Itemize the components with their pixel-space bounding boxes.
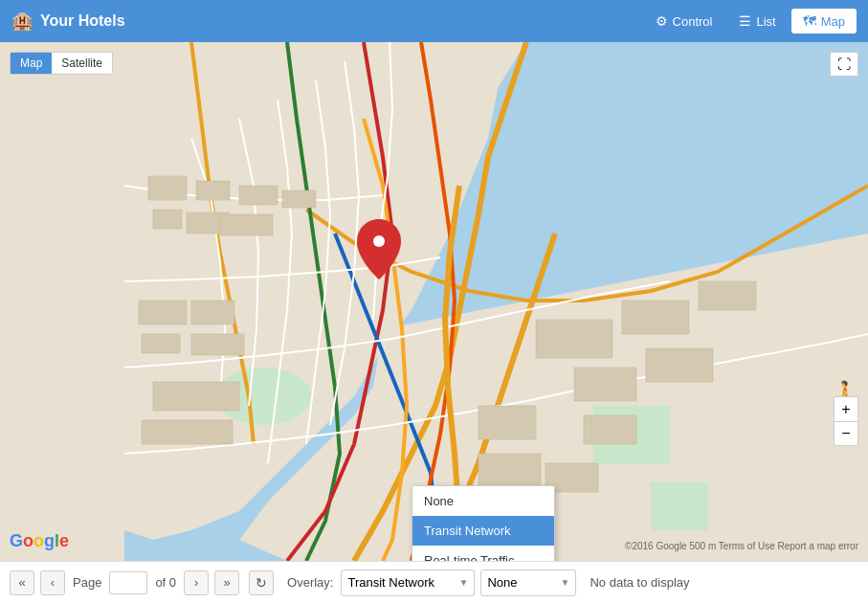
zoom-out-button[interactable]: − xyxy=(834,421,858,446)
map-button[interactable]: 🗺 Map xyxy=(791,9,857,34)
svg-rect-8 xyxy=(148,176,187,200)
page-input[interactable] xyxy=(109,571,147,594)
last-page-button[interactable]: » xyxy=(214,570,239,595)
svg-point-31 xyxy=(373,235,385,247)
zoom-controls: + − xyxy=(834,396,858,446)
list-label: List xyxy=(756,14,775,29)
second-overlay-select[interactable]: None ▼ xyxy=(480,570,576,596)
svg-rect-25 xyxy=(646,348,713,382)
prev-page-button[interactable]: ‹ xyxy=(40,570,65,595)
toolbar: « ‹ Page of 0 › » ↻ Overlay: Transit Net… xyxy=(0,561,868,603)
map-icon: 🗺 xyxy=(803,13,816,29)
svg-rect-9 xyxy=(196,181,230,200)
svg-rect-28 xyxy=(479,454,541,487)
svg-rect-7 xyxy=(651,482,708,530)
svg-rect-20 xyxy=(142,420,233,444)
hotel-icon: 🏨 xyxy=(11,11,33,32)
svg-rect-16 xyxy=(191,301,234,324)
no-data-text: No data to display xyxy=(590,575,689,590)
header: 🏨 Your Hotels ⚙ Control ☰ List 🗺 Map xyxy=(0,0,868,42)
map-svg xyxy=(0,42,868,561)
second-overlay-value: None xyxy=(487,575,517,590)
dropdown-item-transit[interactable]: Transit Network xyxy=(412,516,554,546)
map-container[interactable]: Map Satellite ⛶ 🚶 + − Google ©2016 Googl… xyxy=(0,42,868,561)
svg-rect-17 xyxy=(142,334,180,353)
svg-rect-13 xyxy=(282,190,316,208)
map-type-satellite-btn[interactable]: Satellite xyxy=(52,53,112,74)
zoom-in-button[interactable]: + xyxy=(834,396,858,421)
next-page-button[interactable]: › xyxy=(184,570,209,595)
dropdown-item-traffic[interactable]: Real-time Traffic xyxy=(412,546,554,561)
svg-rect-18 xyxy=(191,334,244,355)
map-type-map-btn[interactable]: Map xyxy=(11,53,52,74)
svg-rect-15 xyxy=(139,301,187,324)
list-button[interactable]: ☰ List xyxy=(727,9,787,34)
svg-rect-12 xyxy=(239,186,278,205)
svg-rect-10 xyxy=(153,210,182,229)
first-page-button[interactable]: « xyxy=(10,570,34,595)
overlay-chevron-icon: ▼ xyxy=(459,577,469,588)
overlay-label: Overlay: xyxy=(287,575,333,590)
control-icon: ⚙ xyxy=(656,13,668,29)
second-overlay-chevron-icon: ▼ xyxy=(561,577,570,588)
svg-marker-3 xyxy=(0,42,124,561)
header-nav: ⚙ Control ☰ List 🗺 Map xyxy=(644,9,857,34)
map-type-buttons: Map Satellite xyxy=(10,52,113,75)
fullscreen-button[interactable]: ⛶ xyxy=(830,52,858,77)
svg-rect-14 xyxy=(220,214,273,235)
svg-rect-23 xyxy=(699,281,756,310)
overlay-dropdown: None Transit Network Real-time Traffic B… xyxy=(412,485,555,561)
map-label: Map xyxy=(821,14,845,29)
control-button[interactable]: ⚙ Control xyxy=(644,9,724,34)
header-logo-area: 🏨 Your Hotels xyxy=(11,11,125,32)
page-label: Page xyxy=(73,575,101,590)
svg-rect-26 xyxy=(584,415,636,444)
refresh-button[interactable]: ↻ xyxy=(249,570,274,595)
overlay-select[interactable]: Transit Network ▼ xyxy=(341,570,475,596)
svg-rect-21 xyxy=(536,320,612,358)
overlay-select-value: Transit Network xyxy=(347,575,434,590)
app-title: Your Hotels xyxy=(40,12,125,30)
control-label: Control xyxy=(673,14,713,29)
svg-rect-27 xyxy=(479,406,536,439)
svg-rect-22 xyxy=(622,301,689,334)
google-logo: Google xyxy=(10,531,69,551)
svg-rect-24 xyxy=(574,368,636,401)
map-attribution: ©2016 Google 500 m Terms of Use Report a… xyxy=(625,541,858,551)
of-label: of 0 xyxy=(155,575,176,590)
svg-rect-19 xyxy=(153,382,239,411)
dropdown-item-none[interactable]: None xyxy=(412,486,554,516)
list-icon: ☰ xyxy=(739,13,751,29)
